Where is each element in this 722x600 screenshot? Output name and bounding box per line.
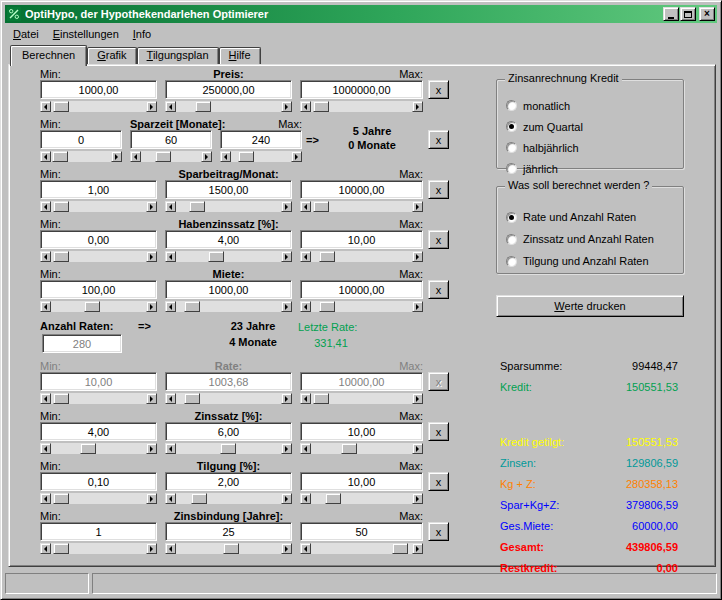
rate-max-field[interactable] [300, 372, 423, 391]
sparbeitrag-max-field[interactable] [300, 180, 423, 199]
habenzinssatz-x-button[interactable]: x [428, 230, 449, 249]
preis-min-field[interactable] [40, 80, 157, 99]
scroll-thumb[interactable] [52, 151, 68, 162]
scroll-left-button[interactable] [300, 101, 311, 112]
scroll-left-button[interactable] [165, 393, 176, 404]
print-values-button[interactable]: Werte drucken [496, 295, 684, 317]
scroll-thumb[interactable] [325, 493, 341, 504]
scroll-left-button[interactable] [40, 251, 51, 262]
scroll-right-button[interactable] [281, 201, 292, 212]
scroll-left-button[interactable] [40, 151, 51, 162]
scroll-left-button[interactable] [300, 201, 311, 212]
scroll-track[interactable] [311, 251, 412, 262]
scroll-track[interactable] [51, 393, 146, 404]
habenzinssatz-min-field[interactable] [40, 230, 157, 249]
zinssatz-x-button[interactable]: x [428, 422, 449, 441]
scroll-thumb[interactable] [313, 393, 329, 404]
habenzinssatz-min-slider[interactable] [40, 251, 157, 262]
radio-halbjaehrlich[interactable]: halbjährlich [497, 137, 683, 158]
scroll-track[interactable] [176, 393, 281, 404]
habenzinssatz-value-field[interactable] [165, 230, 292, 249]
scroll-right-button[interactable] [146, 101, 157, 112]
minimize-button[interactable] [663, 7, 679, 21]
scroll-track[interactable] [311, 393, 412, 404]
scroll-track[interactable] [176, 251, 281, 262]
tab-grafik[interactable]: Grafik [87, 47, 136, 64]
scroll-thumb[interactable] [53, 393, 69, 404]
scroll-left-button[interactable] [40, 301, 51, 312]
scroll-left-button[interactable] [40, 101, 51, 112]
sparzeit-value-field[interactable] [130, 130, 212, 149]
scroll-thumb[interactable] [238, 151, 254, 162]
sparbeitrag-min-slider[interactable] [40, 201, 157, 212]
sparzeit-max-field[interactable] [220, 130, 302, 149]
zinsbindung-min-slider[interactable] [40, 543, 157, 554]
scroll-left-button[interactable] [165, 101, 176, 112]
scroll-left-button[interactable] [300, 543, 311, 554]
tab-hilfe[interactable]: Hilfe [219, 47, 261, 64]
preis-value-slider[interactable] [165, 101, 292, 112]
preis-x-button[interactable]: x [428, 80, 449, 99]
scroll-track[interactable] [51, 251, 146, 262]
scroll-right-button[interactable] [111, 151, 122, 162]
zinsbindung-value-field[interactable] [165, 522, 292, 541]
close-button[interactable]: × [699, 7, 715, 21]
scroll-right-button[interactable] [281, 443, 292, 454]
scroll-left-button[interactable] [300, 301, 311, 312]
scroll-right-button[interactable] [146, 543, 157, 554]
scroll-right-button[interactable] [412, 301, 423, 312]
scroll-right-button[interactable] [146, 201, 157, 212]
scroll-left-button[interactable] [165, 201, 176, 212]
scroll-right-button[interactable] [281, 101, 292, 112]
zinssatz-min-field[interactable] [40, 422, 157, 441]
rate-value-slider[interactable] [165, 393, 292, 404]
menu-item-info[interactable]: Info [126, 26, 158, 42]
sparbeitrag-value-field[interactable] [165, 180, 292, 199]
maximize-button[interactable] [680, 7, 696, 21]
scroll-right-button[interactable] [412, 101, 423, 112]
miete-max-field[interactable] [300, 280, 423, 299]
scroll-track[interactable] [176, 201, 281, 212]
zinsbindung-min-field[interactable] [40, 522, 157, 541]
scroll-right-button[interactable] [281, 393, 292, 404]
sparbeitrag-value-slider[interactable] [165, 201, 292, 212]
scroll-right-button[interactable] [291, 151, 302, 162]
scroll-thumb[interactable] [53, 543, 69, 554]
scroll-thumb[interactable] [53, 201, 69, 212]
scroll-left-button[interactable] [40, 201, 51, 212]
scroll-track[interactable] [51, 301, 146, 312]
scroll-thumb[interactable] [155, 151, 171, 162]
preis-min-slider[interactable] [40, 101, 157, 112]
scroll-right-button[interactable] [412, 251, 423, 262]
sparzeit-x-button[interactable]: x [428, 130, 449, 149]
radio-zinssatz-und-anzahl-raten[interactable]: Zinssatz und Anzahl Raten [497, 228, 683, 250]
scroll-right-button[interactable] [146, 251, 157, 262]
preis-max-slider[interactable] [300, 101, 423, 112]
sparzeit-min-slider[interactable] [40, 151, 122, 162]
scroll-thumb[interactable] [80, 443, 96, 454]
scroll-left-button[interactable] [40, 393, 51, 404]
sparzeit-value-slider[interactable] [130, 151, 212, 162]
scroll-left-button[interactable] [40, 443, 51, 454]
rate-value-field[interactable] [165, 372, 292, 391]
scroll-track[interactable] [231, 151, 291, 162]
tab-berechnen[interactable]: Berechnen [10, 45, 87, 66]
tilgung-max-field[interactable] [300, 472, 423, 491]
zinsbindung-max-slider[interactable] [300, 543, 423, 554]
scroll-left-button[interactable] [220, 151, 231, 162]
scroll-thumb[interactable] [189, 201, 205, 212]
scroll-left-button[interactable] [300, 493, 311, 504]
scroll-left-button[interactable] [40, 543, 51, 554]
scroll-track[interactable] [176, 543, 281, 554]
scroll-right-button[interactable] [146, 393, 157, 404]
tilgung-max-slider[interactable] [300, 493, 423, 504]
scroll-left-button[interactable] [130, 151, 141, 162]
zinssatz-value-slider[interactable] [165, 443, 292, 454]
scroll-thumb[interactable] [319, 251, 335, 262]
scroll-right-button[interactable] [412, 393, 423, 404]
scroll-thumb[interactable] [392, 543, 408, 554]
scroll-right-button[interactable] [412, 493, 423, 504]
scroll-left-button[interactable] [40, 493, 51, 504]
menu-item-datei[interactable]: Datei [6, 26, 46, 42]
scroll-right-button[interactable] [281, 493, 292, 504]
